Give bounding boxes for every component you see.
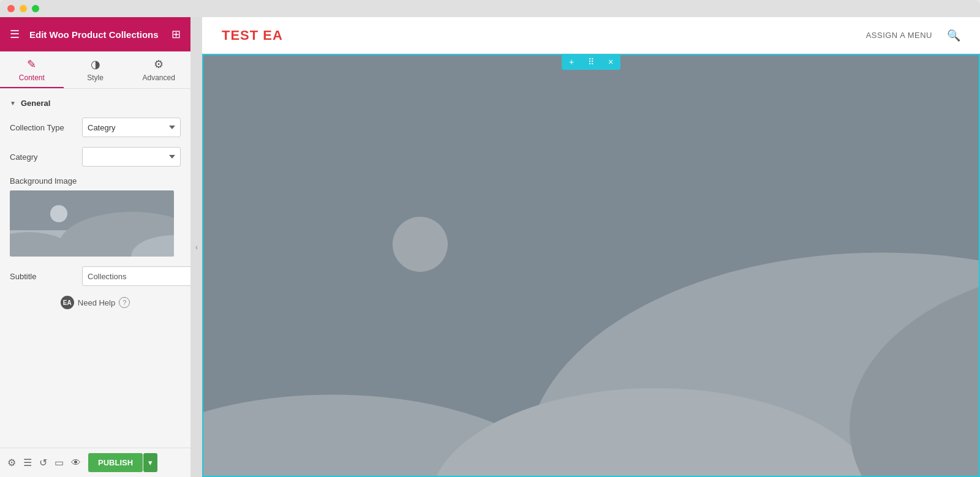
content-tab-icon: ✎ [27, 58, 36, 71]
window-chrome [0, 0, 980, 17]
subtitle-input[interactable] [82, 266, 190, 286]
tab-content[interactable]: ✎ Content [0, 51, 64, 88]
left-panel: ☰ Edit Woo Product Collections ⊞ ✎ Conte… [0, 17, 191, 477]
category-row: Categry [10, 147, 181, 167]
category-label: Categry [10, 152, 77, 162]
panel-header: ☰ Edit Woo Product Collections ⊞ [0, 17, 190, 51]
general-section-header[interactable]: ▼ General [10, 99, 181, 108]
help-circle-icon[interactable]: ? [119, 297, 130, 308]
background-image-preview[interactable] [10, 190, 174, 257]
canvas-area: TEST EA ASSIGN A MENU 🔍 + ⠿ × [202, 17, 980, 477]
category-select[interactable] [82, 147, 181, 167]
subtitle-row: Subtitle [10, 266, 181, 286]
subtitle-label: Subtitle [10, 272, 77, 281]
section-arrow-icon: ▼ [10, 100, 16, 107]
tab-advanced[interactable]: ⚙ Advanced [127, 51, 190, 88]
canvas-circle [393, 217, 448, 272]
bottom-toolbar: ⚙ ☰ ↺ ▭ 👁 PUBLISH ▾ [0, 448, 190, 477]
tab-advanced-label: Advanced [142, 73, 175, 82]
publish-button[interactable]: PUBLISH [88, 453, 143, 472]
hamburger-icon[interactable]: ☰ [10, 28, 20, 41]
traffic-light-green[interactable] [32, 5, 39, 12]
site-title: TEST EA [222, 28, 283, 43]
responsive-icon[interactable]: ▭ [55, 457, 64, 468]
history-icon[interactable]: ↺ [39, 457, 47, 468]
collapse-handle[interactable]: ‹ [191, 17, 202, 477]
publish-dropdown-button[interactable]: ▾ [143, 453, 157, 472]
style-tab-icon: ◑ [91, 58, 100, 71]
background-image-section: Background Image [10, 176, 181, 257]
canvas-placeholder [203, 55, 979, 476]
svg-point-2 [50, 205, 67, 222]
panel-title: Edit Woo Product Collections [29, 29, 162, 40]
widget-toolbar: + ⠿ × [562, 54, 620, 70]
collection-type-select[interactable]: Categry [82, 118, 181, 137]
section-title: General [21, 99, 50, 108]
panel-tabs: ✎ Content ◑ Style ⚙ Advanced [0, 51, 190, 89]
canvas-content [202, 54, 980, 477]
tab-content-label: Content [19, 73, 45, 82]
widget-move-button[interactable]: ⠿ [581, 54, 601, 70]
publish-group: PUBLISH ▾ [88, 453, 157, 472]
site-nav: TEST EA ASSIGN A MENU 🔍 [202, 17, 980, 54]
layers-icon[interactable]: ☰ [23, 457, 32, 468]
traffic-light-yellow[interactable] [20, 5, 27, 12]
panel-content: ▼ General Collection Type Categry Categr… [0, 89, 190, 448]
need-help-section[interactable]: EA Need Help ? [10, 296, 181, 309]
tab-style[interactable]: ◑ Style [64, 51, 127, 88]
need-help-text: Need Help [78, 298, 115, 307]
app-container: ☰ Edit Woo Product Collections ⊞ ✎ Conte… [0, 17, 980, 477]
background-image-label: Background Image [10, 176, 181, 186]
search-icon[interactable]: 🔍 [947, 29, 960, 42]
collection-type-label: Collection Type [10, 123, 77, 132]
nav-right: ASSIGN A MENU 🔍 [866, 29, 960, 42]
collection-type-row: Collection Type Categry [10, 118, 181, 137]
preview-icon[interactable]: 👁 [71, 457, 81, 468]
widget-add-button[interactable]: + [562, 54, 581, 70]
ea-badge: EA [61, 296, 74, 309]
grid-icon[interactable]: ⊞ [172, 28, 181, 41]
collapse-icon: ‹ [195, 243, 198, 252]
traffic-light-red[interactable] [7, 5, 15, 12]
settings-icon[interactable]: ⚙ [7, 457, 16, 468]
tab-style-label: Style [87, 73, 104, 82]
assign-menu-link[interactable]: ASSIGN A MENU [866, 31, 932, 40]
advanced-tab-icon: ⚙ [154, 58, 164, 71]
widget-close-button[interactable]: × [601, 54, 620, 70]
